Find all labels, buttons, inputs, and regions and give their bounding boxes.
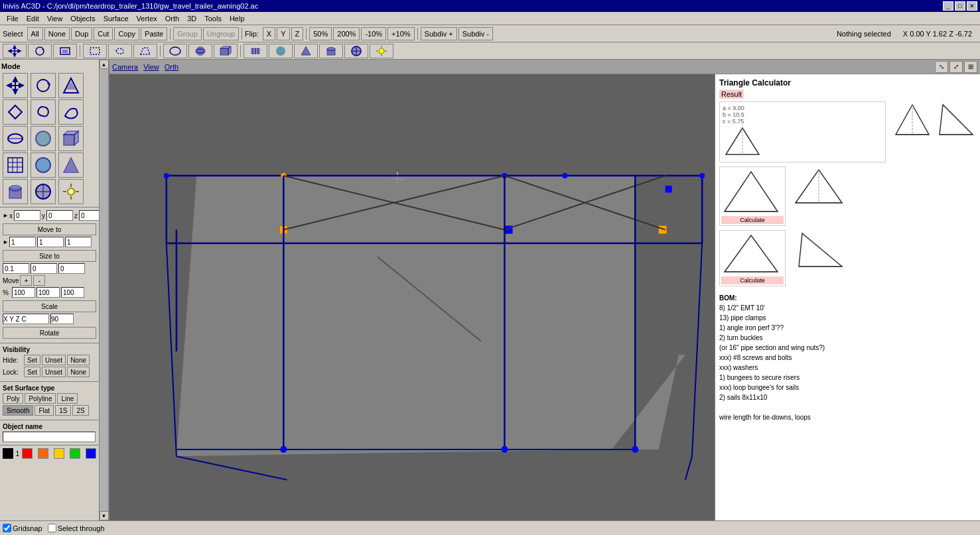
rotate-btn[interactable]: Rotate — [3, 327, 96, 339]
circle-tool-btn[interactable] — [163, 44, 187, 58]
color-swatch-orange[interactable] — [38, 448, 48, 459]
zoom-minus10-btn[interactable]: -10% — [361, 27, 386, 40]
hide-unset-btn[interactable]: Unset — [42, 355, 66, 365]
select-none-btn[interactable]: None — [44, 27, 70, 40]
mode-grid-btn[interactable] — [3, 152, 28, 178]
x-coord-input[interactable] — [14, 210, 40, 221]
move-to-btn[interactable]: Move to — [3, 223, 96, 235]
vp-ctrl-1[interactable]: ⤡ — [935, 61, 948, 73]
ungroup-btn[interactable]: Ungroup — [203, 27, 239, 40]
color-swatch-yellow[interactable] — [54, 448, 64, 459]
flip-y-btn[interactable]: Y — [277, 27, 289, 40]
sphere-tool-btn[interactable] — [188, 44, 212, 58]
zoom-200-btn[interactable]: 200% — [333, 27, 360, 40]
surf-polyline-btn[interactable]: Polyline — [25, 393, 56, 404]
hide-none-btn[interactable]: None — [67, 355, 90, 365]
vp-ctrl-2[interactable]: ⤢ — [949, 61, 963, 73]
subdiv-plus-btn[interactable]: Subdiv + — [421, 27, 457, 40]
y-coord-input[interactable] — [46, 210, 73, 221]
mode-scale-btn[interactable] — [58, 73, 84, 98]
z2-coord-input[interactable] — [65, 237, 92, 247]
zoom-50-btn[interactable]: 50% — [309, 27, 332, 40]
viewport-canvas[interactable]: Back (xy) — [109, 74, 980, 520]
menu-objects[interactable]: Objects — [66, 15, 99, 23]
pct3-input[interactable] — [61, 287, 84, 298]
z-coord-input[interactable] — [79, 210, 99, 221]
select-copy-btn[interactable]: Copy — [114, 27, 139, 40]
rotate-tool-btn[interactable] — [28, 44, 52, 58]
camera-btn[interactable]: Camera — [112, 63, 138, 71]
lasso-select-btn[interactable] — [108, 44, 132, 58]
mode-select-rect-btn[interactable] — [3, 99, 28, 125]
menu-file[interactable]: File — [3, 15, 23, 23]
light-tool-btn[interactable] — [370, 44, 393, 58]
mode-light-btn[interactable] — [58, 179, 84, 204]
mode-sphere-btn[interactable] — [31, 126, 56, 151]
sphere2-tool-btn[interactable] — [269, 44, 293, 58]
menu-help[interactable]: Help — [226, 15, 249, 23]
menu-view[interactable]: View — [43, 15, 67, 23]
select-all-btn[interactable]: All — [27, 27, 43, 40]
gridsnap-label[interactable]: Gridsnap — [3, 524, 42, 532]
zoom-plus10-btn[interactable]: +10% — [387, 27, 414, 40]
mode-select-lasso-btn[interactable] — [31, 99, 56, 125]
minimize-btn[interactable]: _ — [943, 1, 953, 11]
gridsnap-checkbox[interactable] — [3, 524, 11, 532]
mode-move-btn[interactable] — [3, 73, 28, 98]
surf-1s-btn[interactable]: 1S — [55, 405, 71, 416]
close-btn[interactable]: ✕ — [967, 1, 977, 11]
selectthrough-checkbox[interactable] — [48, 524, 56, 532]
x2-coord-input[interactable] — [9, 237, 36, 247]
box-select-btn[interactable] — [83, 44, 107, 58]
surf-poly-btn[interactable]: Poly — [3, 393, 23, 404]
color-swatch-red[interactable] — [22, 448, 33, 459]
scroll-down-btn[interactable]: ▼ — [100, 511, 109, 520]
mode-select-poly-btn[interactable] — [58, 99, 84, 125]
color-swatch-blue[interactable] — [86, 448, 96, 459]
color-black-swatch[interactable] — [3, 448, 13, 459]
flip-x-btn[interactable]: X — [263, 27, 275, 40]
surf-flat-btn[interactable]: Flat — [35, 405, 54, 416]
select-paste-btn[interactable]: Paste — [141, 27, 167, 40]
menu-3d[interactable]: 3D — [183, 15, 200, 23]
move-val3-input[interactable] — [58, 263, 85, 274]
menu-orth[interactable]: Orth — [161, 15, 183, 23]
select-cut-btn[interactable]: Cut — [94, 27, 113, 40]
lock-none-btn[interactable]: None — [67, 367, 90, 377]
hide-set-btn[interactable]: Set — [24, 355, 40, 365]
surf-2s-btn[interactable]: 2S — [72, 405, 88, 416]
y2-coord-input[interactable] — [37, 237, 64, 247]
move-minus-btn[interactable]: - — [33, 275, 45, 286]
menu-tools[interactable]: Tools — [200, 15, 226, 23]
menu-surface[interactable]: Surface — [100, 15, 133, 23]
selectthrough-label[interactable]: Select through — [48, 524, 105, 532]
surf-line-btn[interactable]: Line — [57, 393, 78, 404]
mode-sphere2-btn[interactable] — [31, 152, 56, 178]
grid-tool-btn[interactable] — [244, 44, 267, 58]
maximize-btn[interactable]: □ — [955, 1, 965, 11]
mode-cylinder-btn[interactable] — [3, 179, 28, 204]
sphere3-tool-btn[interactable] — [344, 44, 368, 58]
mode-sphere3-btn[interactable] — [31, 179, 56, 204]
subdiv-minus-btn[interactable]: Subdiv - — [458, 27, 493, 40]
size-to-btn[interactable]: Size to — [3, 250, 96, 262]
mode-rotate-btn[interactable] — [31, 73, 56, 98]
object-name-input[interactable] — [3, 432, 96, 442]
rotate-axes-input[interactable] — [3, 314, 49, 324]
poly-select-btn[interactable] — [133, 44, 157, 58]
move-tool-btn[interactable] — [3, 44, 27, 58]
scale-tool-btn[interactable] — [53, 44, 77, 58]
menu-vertex[interactable]: Vertex — [133, 15, 161, 23]
box-tool-btn[interactable] — [214, 44, 238, 58]
rotate-val-input[interactable] — [50, 314, 74, 324]
scroll-track[interactable] — [100, 69, 109, 511]
mode-cone-btn[interactable] — [58, 152, 84, 178]
select-dup-btn[interactable]: Dup — [71, 27, 92, 40]
mode-box-btn[interactable] — [58, 126, 84, 151]
mode-circle-btn[interactable] — [3, 126, 28, 151]
cylinder-tool-btn[interactable] — [319, 44, 343, 58]
surf-smooth-btn[interactable]: Smooth — [3, 405, 33, 416]
pct2-input[interactable] — [36, 287, 60, 298]
move-val2-input[interactable] — [31, 263, 57, 274]
move-val-input[interactable] — [3, 263, 29, 274]
